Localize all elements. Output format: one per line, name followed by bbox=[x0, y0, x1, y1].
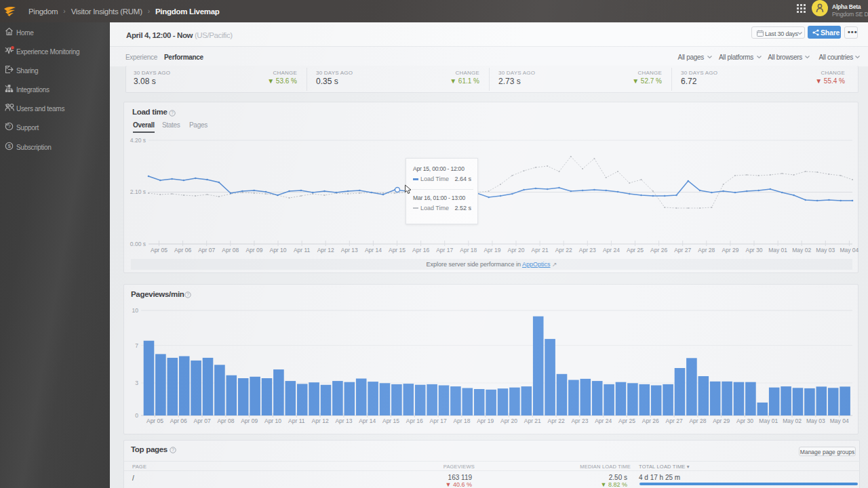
svg-text:Apr 07: Apr 07 bbox=[198, 247, 215, 253]
svg-text:May 04: May 04 bbox=[830, 418, 849, 424]
svg-text:Apr 22: Apr 22 bbox=[555, 247, 572, 253]
svg-text:0: 0 bbox=[135, 412, 138, 419]
svg-text:Apr 15: Apr 15 bbox=[389, 247, 406, 253]
svg-text:May 01: May 01 bbox=[768, 247, 787, 253]
svg-text:Apr 10: Apr 10 bbox=[269, 247, 286, 253]
svg-text:Apr 15: Apr 15 bbox=[382, 418, 399, 424]
svg-text:$: $ bbox=[7, 143, 11, 149]
svg-text:Apr 23: Apr 23 bbox=[579, 247, 596, 253]
svg-text:Apr 08: Apr 08 bbox=[217, 418, 234, 424]
svg-text:0.00 s: 0.00 s bbox=[130, 241, 146, 247]
svg-text:Apr 11: Apr 11 bbox=[288, 418, 305, 424]
svg-text:Apr 09: Apr 09 bbox=[245, 247, 262, 253]
svg-text:May 02: May 02 bbox=[792, 247, 811, 253]
svg-text:Apr 24: Apr 24 bbox=[603, 247, 620, 253]
svg-text:Apr 24: Apr 24 bbox=[595, 418, 612, 424]
svg-text:Apr 12: Apr 12 bbox=[312, 418, 329, 424]
svg-text:Apr 17: Apr 17 bbox=[436, 247, 453, 253]
svg-text:May 01: May 01 bbox=[759, 418, 778, 424]
svg-text:2.10 s: 2.10 s bbox=[130, 188, 146, 195]
svg-text:Apr 13: Apr 13 bbox=[341, 247, 358, 253]
svg-text:Apr 10: Apr 10 bbox=[264, 418, 281, 424]
svg-text:Apr 25: Apr 25 bbox=[627, 247, 644, 253]
svg-text:Apr 06: Apr 06 bbox=[170, 418, 187, 424]
svg-text:Apr 12: Apr 12 bbox=[317, 247, 334, 253]
svg-text:May 04: May 04 bbox=[840, 247, 859, 253]
svg-text:Apr 06: Apr 06 bbox=[174, 247, 191, 253]
svg-text:May 02: May 02 bbox=[783, 418, 802, 424]
svg-text:Apr 19: Apr 19 bbox=[477, 418, 494, 424]
svg-text:Apr 19: Apr 19 bbox=[484, 247, 500, 253]
svg-text:Apr 08: Apr 08 bbox=[222, 247, 239, 253]
svg-text:Apr 20: Apr 20 bbox=[500, 418, 517, 424]
svg-text:Apr 21: Apr 21 bbox=[532, 247, 549, 253]
svg-text:Apr 30: Apr 30 bbox=[736, 418, 753, 424]
svg-text:Apr 13: Apr 13 bbox=[335, 418, 352, 424]
svg-text:Apr 25: Apr 25 bbox=[618, 418, 635, 424]
svg-text:Apr 23: Apr 23 bbox=[571, 418, 588, 424]
svg-text:Apr 14: Apr 14 bbox=[359, 418, 376, 424]
svg-text:Apr 17: Apr 17 bbox=[430, 418, 447, 424]
svg-text:Apr 18: Apr 18 bbox=[453, 418, 470, 424]
svg-text:May 03: May 03 bbox=[806, 418, 825, 424]
svg-text:Apr 26: Apr 26 bbox=[642, 418, 659, 424]
svg-text:Apr 22: Apr 22 bbox=[548, 418, 565, 424]
svg-text:?: ? bbox=[172, 447, 174, 452]
svg-text:Apr 07: Apr 07 bbox=[194, 418, 211, 424]
svg-text:Apr 16: Apr 16 bbox=[406, 418, 423, 424]
svg-text:Apr 05: Apr 05 bbox=[151, 247, 167, 253]
svg-text:Apr 30: Apr 30 bbox=[745, 247, 762, 253]
svg-text:Apr 21: Apr 21 bbox=[524, 418, 541, 424]
svg-text:Apr 27: Apr 27 bbox=[666, 418, 683, 424]
svg-text:3: 3 bbox=[135, 380, 138, 386]
svg-text:Apr 28: Apr 28 bbox=[689, 418, 706, 424]
svg-text:Apr 05: Apr 05 bbox=[146, 418, 163, 424]
svg-text:Apr 28: Apr 28 bbox=[698, 247, 715, 253]
svg-text:Apr 20: Apr 20 bbox=[507, 247, 524, 253]
svg-text:Apr 27: Apr 27 bbox=[674, 247, 691, 253]
svg-text:4.20 s: 4.20 s bbox=[130, 137, 146, 144]
svg-text:Apr 18: Apr 18 bbox=[460, 247, 477, 253]
svg-text:May 03: May 03 bbox=[816, 247, 835, 253]
svg-text:Apr 16: Apr 16 bbox=[412, 247, 429, 253]
svg-text:Apr 09: Apr 09 bbox=[241, 418, 258, 424]
svg-text:Apr 29: Apr 29 bbox=[713, 418, 730, 424]
svg-text:Apr 29: Apr 29 bbox=[722, 247, 738, 253]
svg-text:Apr 11: Apr 11 bbox=[294, 247, 311, 253]
svg-text:10: 10 bbox=[132, 307, 139, 314]
svg-text:Apr 14: Apr 14 bbox=[365, 247, 382, 253]
svg-text:Apr 26: Apr 26 bbox=[650, 247, 667, 253]
svg-text:7: 7 bbox=[135, 342, 138, 349]
